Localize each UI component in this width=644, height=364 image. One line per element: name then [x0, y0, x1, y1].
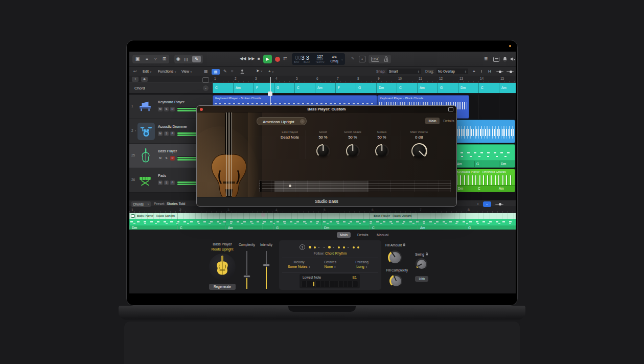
chord-cell[interactable]: C	[213, 83, 233, 93]
chord-cell[interactable]: Am	[315, 83, 335, 93]
speaker-icon[interactable]	[510, 57, 516, 61]
drag-select[interactable]: No Overlap⇕	[436, 69, 468, 74]
display-icon[interactable]	[493, 57, 499, 62]
chord-track-chevron-icon[interactable]: ⌄	[203, 85, 209, 91]
undo-icon[interactable]: ↩	[133, 69, 137, 74]
chord-cell[interactable]: G	[274, 83, 294, 93]
library-icon[interactable]: ▣	[135, 57, 140, 61]
solo-button[interactable]: S	[164, 180, 169, 185]
fretboard-display[interactable]	[259, 180, 451, 192]
lcd-chevron-icon[interactable]: ⌄	[341, 57, 343, 61]
plugin-knob[interactable]	[316, 144, 330, 158]
editor-tab-manual[interactable]: Manual	[374, 232, 392, 238]
editor-zoom-slider[interactable]	[495, 204, 503, 205]
record-enable-button[interactable]: R	[170, 180, 175, 185]
bass-player-plugin-window[interactable]: Bass Player: Custom	[196, 105, 457, 207]
mute-button[interactable]: M	[158, 180, 163, 185]
disclosure-chevron-icon[interactable]: ›	[135, 129, 136, 132]
quick-help-icon[interactable]: ◉	[176, 57, 180, 61]
plugin-knob[interactable]	[346, 144, 360, 158]
count-in-bar-icon[interactable]: 1	[359, 56, 365, 62]
list-editors-icon[interactable]: ≣	[484, 57, 488, 61]
octaves-select[interactable]: Octaves None ⇕	[316, 260, 344, 268]
add-track-button[interactable]: +	[132, 77, 139, 82]
tuner-pencil-icon[interactable]: ✎	[351, 56, 355, 61]
preset-value[interactable]: Stories Told	[167, 202, 185, 206]
fill-complexity-knob[interactable]	[389, 275, 402, 287]
link-icon[interactable]	[448, 107, 453, 111]
solo-button[interactable]: S	[164, 107, 169, 111]
piano-roll-view-icon[interactable]: ▤	[212, 69, 220, 75]
chord-cell[interactable]: G	[438, 83, 458, 93]
complexity-slider-handle[interactable]	[243, 275, 250, 278]
lowest-note-slider[interactable]	[302, 281, 358, 287]
chord-cell[interactable]: Am	[417, 83, 438, 93]
stop-button[interactable]: ■	[258, 57, 260, 61]
record-enable-button[interactable]: R	[170, 107, 175, 111]
lowest-note-slider-handle[interactable]	[313, 282, 314, 286]
editor-tab-main[interactable]: Main	[337, 232, 351, 238]
metronome-icon[interactable]	[384, 56, 388, 62]
chord-cell[interactable]: Am	[499, 83, 516, 93]
fill-amount-knob[interactable]	[388, 251, 402, 264]
chord-track-lane[interactable]: CAmFGCAmFGDmCAmGDmCAm	[213, 83, 516, 94]
track-header-options-icon[interactable]	[202, 77, 209, 83]
record-button[interactable]	[275, 57, 280, 62]
edit-menu[interactable]: Edit ∨	[143, 70, 152, 73]
horizontal-zoom-slider[interactable]	[507, 71, 514, 72]
mute-button[interactable]: M	[158, 131, 163, 136]
count-in-icon[interactable]: 1234	[371, 57, 379, 62]
mixer-icon[interactable]: |||	[184, 57, 188, 61]
solo-button[interactable]: S	[164, 131, 169, 136]
chord-cell[interactable]: Dm	[376, 83, 397, 93]
musician-icon[interactable]	[240, 69, 245, 74]
flex-icon[interactable]: ⌗	[231, 69, 234, 74]
regenerate-button[interactable]: Regenerate	[209, 284, 236, 290]
player-avatar[interactable]	[209, 254, 236, 280]
pattern-count-badge[interactable]: 3	[300, 244, 305, 250]
marquee-tool-icon[interactable]: I	[481, 69, 482, 74]
plugin-tab-main[interactable]: Main	[425, 118, 440, 124]
chord-cell[interactable]: G	[356, 83, 376, 93]
sixteenth-button[interactable]: 16th	[415, 276, 428, 282]
plugin-title-bar[interactable]: Bass Player: Custom	[197, 106, 456, 112]
duplicate-track-button[interactable]: ⊕	[141, 77, 148, 82]
forward-button[interactable]: ▶▶	[248, 57, 255, 61]
melody-select[interactable]: Melody Some Notes ⇕	[283, 260, 315, 268]
browser-icon[interactable]: ≡	[146, 57, 148, 61]
follow-row[interactable]: Follow: Chord Rhythm	[279, 252, 381, 255]
editor-lane[interactable]: Bass Player - Roots Upright Bass Player …	[129, 213, 516, 230]
chord-cell[interactable]: C	[397, 83, 417, 93]
catch-playhead-button[interactable]: ↔	[483, 201, 491, 207]
link-icon[interactable]: H	[488, 69, 491, 74]
mute-button[interactable]: M	[158, 107, 163, 111]
plugin-knob[interactable]	[375, 144, 389, 158]
lcd-display[interactable]: 003 3 BARBEAT 127 KEEP TEMPO 4/4 Cmaj ⌄	[292, 53, 345, 65]
region-rhythmic-chords[interactable]: Keyboard Player - Rhythmic Chords DmCAm	[454, 169, 515, 192]
editor-ruler[interactable]: 12345678	[129, 207, 516, 213]
player-preset[interactable]: Roots Upright	[201, 247, 244, 251]
chord-track-header[interactable]: Chord ⌄	[129, 83, 213, 94]
chord-cell[interactable]: C	[478, 83, 499, 93]
chord-cell[interactable]: Am	[233, 83, 254, 93]
secondary-tool-menu[interactable]: + ∨	[268, 69, 274, 74]
functions-menu[interactable]: Functions ∨	[158, 70, 176, 73]
lock-icon[interactable]	[425, 252, 428, 256]
pointer-tool-menu[interactable]: ➤ ∨	[256, 69, 263, 73]
chord-cell[interactable]: C	[294, 83, 315, 93]
record-enable-button[interactable]: R	[170, 131, 175, 136]
playhead-marker[interactable]	[268, 92, 272, 96]
mute-button[interactable]: M	[158, 156, 163, 161]
plugin-preset-dropdown[interactable]: American Upright ⌄	[257, 117, 307, 125]
chords-dropdown[interactable]: Chords∨	[131, 201, 151, 207]
snap-grid-icon[interactable]: +	[473, 69, 475, 74]
phrasing-select[interactable]: Phrasing Long ⇕	[347, 260, 377, 268]
preset-chevron-icon[interactable]: ⌄	[300, 119, 305, 124]
rewind-button[interactable]: ◀◀	[240, 57, 246, 61]
solo-button[interactable]: S	[164, 156, 169, 161]
pencil-tool-icon[interactable]: ✎	[192, 56, 201, 62]
editor-playhead-marker[interactable]	[261, 213, 265, 217]
chord-cell[interactable]: F	[335, 83, 356, 93]
snap-select[interactable]: Smart⇕	[387, 69, 421, 74]
rhythm-pattern-dots[interactable]	[309, 244, 365, 250]
